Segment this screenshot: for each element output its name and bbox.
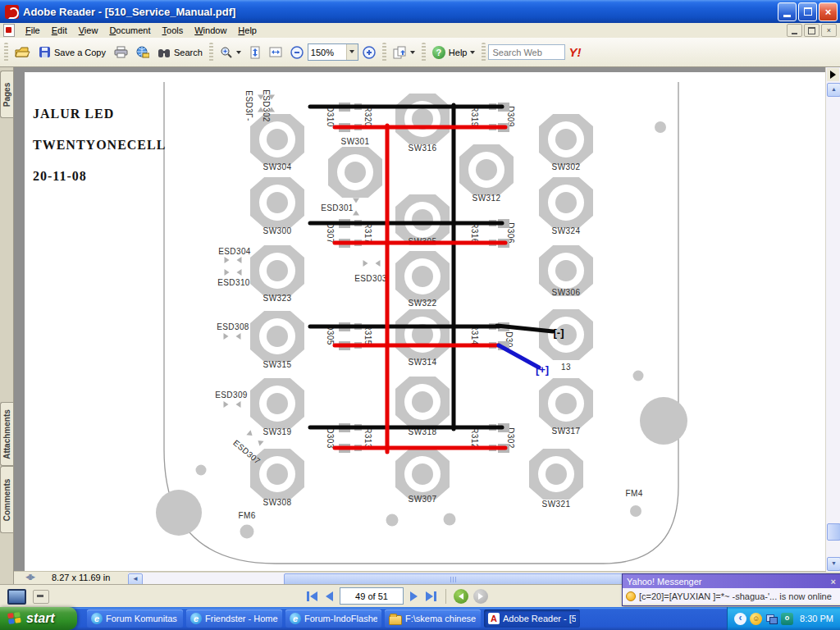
zoom-level-input[interactable] [308,48,346,57]
zoom-in-button[interactable] [358,41,380,63]
toolbar-grip[interactable] [4,43,8,62]
taskbar-item[interactable]: Forum Komunitas Te... [87,609,183,628]
taskbar-item-label: Forum-IndoFlasher -... [304,614,377,623]
start-button[interactable]: start [0,607,77,630]
zoom-tool-caret-icon [236,51,241,57]
yahoo-popup-body[interactable]: [c=20]=[AYUXIAN ]=*~ -shagua-'... is now… [623,588,840,604]
page-size-label: 8.27 x 11.69 in [52,573,110,582]
yahoo-popup-message: [c=20]=[AYUXIAN ]=*~ -shagua-'... is now… [639,591,832,601]
last-page-button[interactable] [424,590,438,603]
save-icon [39,46,51,58]
yahoo-popup-titlebar: Yahoo! Messenger × [623,574,840,588]
menu-document[interactable]: Document [103,25,156,36]
fit-width-button[interactable] [265,41,286,63]
page-display-button[interactable] [389,41,419,63]
previous-page-button[interactable] [324,590,335,603]
page-display-icon [393,46,407,59]
vertical-scroll-thumb[interactable] [827,523,840,541]
document-workspace: PagesAttachmentsComments JALUR LEDTWENTY… [0,67,840,584]
taskbar-item[interactable]: F:\skema chinese ph... [385,609,481,628]
menu-window[interactable]: Window [189,25,232,36]
email-button[interactable] [132,41,153,63]
menu-help[interactable]: Help [232,25,262,36]
vertical-scrollbar[interactable]: ▲ ▼ [825,67,840,572]
page-indicator-input[interactable] [340,587,404,605]
sidebar-tab-comments[interactable]: Comments [0,466,13,533]
pane-splitter-handle[interactable]: ◂▮▸ [25,573,34,581]
collapse-pane-button[interactable] [33,590,49,604]
taskbar-item[interactable]: Forum-IndoFlasher -... [285,609,381,628]
folder-icon [389,615,402,625]
taskbar-items: Forum Komunitas Te...Friendster - Home -… [87,609,727,628]
pane-menu-arrow-icon[interactable] [827,68,839,81]
sidebar-tab-pages[interactable]: Pages [0,71,13,118]
fit-height-icon [249,46,261,59]
smiley-icon[interactable] [750,613,762,625]
save-a-copy-label: Save a Copy [54,48,106,57]
next-page-button[interactable] [409,590,419,603]
zoom-dropdown-button[interactable] [346,44,358,60]
fullscreen-view-icon[interactable] [7,589,26,605]
save-a-copy-button[interactable]: Save a Copy [34,41,110,63]
close-button[interactable]: × [819,2,838,21]
menu-tools[interactable]: Tools [157,25,189,36]
menu-edit[interactable]: Edit [46,25,73,36]
clock: 8:30 PM [800,614,833,623]
binoculars-icon [158,47,171,58]
doc-restore-button[interactable] [804,24,819,37]
fit-width-icon [269,46,282,58]
email-globe-icon [136,46,149,58]
ie-icon [290,613,301,624]
navigation-tab-strip: PagesAttachmentsComments [0,67,14,584]
sidebar-tab-label: Attachments [2,409,11,459]
sidebar-tab-label: Comments [2,478,11,521]
fit-page-button[interactable] [245,41,265,63]
taskbar-item[interactable]: Friendster - Home - ... [186,609,282,628]
chevron-left-icon[interactable] [734,613,746,625]
print-button[interactable] [110,41,132,63]
zoom-out-button[interactable] [286,41,308,63]
taskbar-item[interactable]: Adobe Reader - [51... [484,609,580,628]
terminal-label-plus: [+] [536,363,549,376]
scroll-up-button[interactable]: ▲ [827,83,840,97]
yahoo-logo[interactable]: Y! [565,45,584,59]
network-icon[interactable] [765,613,778,625]
minimize-button[interactable] [778,2,797,21]
doc-close-button[interactable]: × [821,24,837,37]
menu-file[interactable]: File [20,25,46,36]
toolbar-grip[interactable] [422,43,426,62]
open-button[interactable] [11,41,34,63]
window-title: Adobe Reader - [510_Service_Manual.pdf] [23,6,776,18]
document-area: JALUR LEDTWENTYONECELL20-11-08SW304SW300… [14,67,826,572]
yahoo-popup-title: Yahoo! Messenger [627,577,702,587]
toolbar-grip[interactable] [209,43,213,62]
pdf-document-icon [3,24,15,37]
toolbar-grip[interactable] [482,43,486,62]
menu-view[interactable]: View [73,25,104,36]
search-web-input[interactable] [488,44,565,60]
doc-minimize-button[interactable] [787,24,802,37]
taskbar-item-label: Adobe Reader - [51... [503,614,576,623]
search-button[interactable]: Search [153,41,207,63]
zoom-level-combo [308,43,358,61]
zoom-in-tool-button[interactable] [216,41,245,63]
toolbar-grip[interactable] [382,43,386,62]
zoom-out-circle-icon [290,46,304,59]
terminal-label-minus: [-] [554,326,564,339]
next-view-button[interactable] [473,589,488,604]
adobe-icon [488,613,500,624]
zoom-in-circle-icon [363,46,376,59]
main-toolbar: Save a Copy Search [0,38,840,67]
sidebar-tab-attachments[interactable]: Attachments [0,402,13,466]
help-button[interactable]: Help [428,41,480,63]
previous-view-button[interactable] [454,589,468,604]
media-icon[interactable] [781,613,793,625]
restore-button[interactable] [798,2,817,21]
windows-taskbar: start Forum Komunitas Te...Friendster - … [0,607,840,630]
menu-bar: FileEditViewDocumentToolsWindowHelp × [0,23,840,39]
yahoo-popup-close-icon[interactable]: × [831,577,836,587]
first-page-button[interactable] [305,590,319,603]
ie-icon [91,613,103,624]
menu-items: FileEditViewDocumentToolsWindowHelp [20,25,262,36]
scroll-down-button[interactable]: ▼ [827,557,840,571]
